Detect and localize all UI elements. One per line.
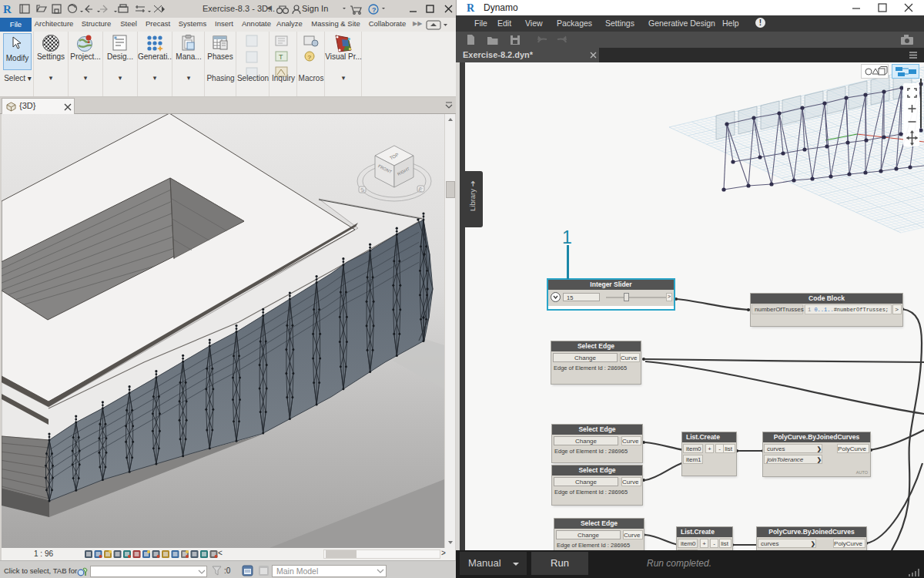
svg-text:R: R [3,3,12,15]
svg-text:?: ? [372,6,377,14]
svg-text:T: T [279,53,283,61]
svg-text:?: ? [308,54,312,61]
